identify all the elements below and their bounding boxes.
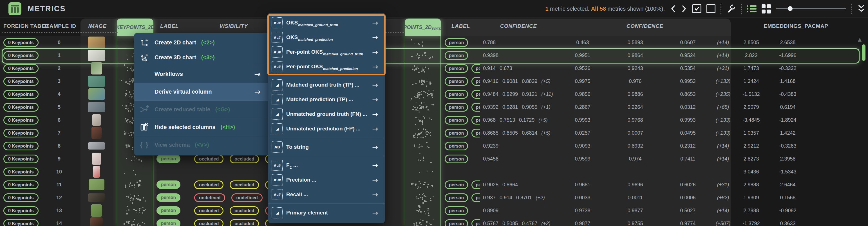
- prediction-label-cell[interactable]: personperson: [445, 116, 480, 124]
- label-cell[interactable]: person: [156, 219, 180, 226]
- prediction-label-cell[interactable]: personperson: [445, 90, 480, 99]
- submenu-item-primary-element[interactable]: ◢Primary element→: [268, 205, 385, 220]
- slider-handle[interactable]: [788, 6, 793, 11]
- keypoints-2d-prediction-cell[interactable]: [405, 140, 440, 152]
- example-id-cell[interactable]: 7: [42, 126, 76, 140]
- example-id-cell[interactable]: 0: [42, 36, 76, 49]
- image-cell[interactable]: [88, 152, 105, 165]
- embedding-y-cell[interactable]: -0.3263: [770, 140, 806, 152]
- label-cell[interactable]: person: [156, 155, 180, 163]
- confidence2-cell[interactable]: 0.90930.89320.2312(+14): [559, 140, 732, 152]
- example-id-cell[interactable]: 5: [42, 101, 76, 114]
- example-id-cell[interactable]: 11: [42, 178, 76, 191]
- menu-item-derive-virtual-column[interactable]: Derive virtual column→: [134, 83, 269, 100]
- embedding-y-cell[interactable]: 2.6538: [770, 36, 806, 49]
- example-id-cell[interactable]: 1: [42, 49, 76, 62]
- visibility-cell[interactable]: undefinedundefined: [194, 193, 268, 202]
- submenu-item-per-point-oks-matched-ground-truth[interactable]: #.#Per-point OKSmatched_ground_truth→: [268, 45, 385, 59]
- confidence2-cell[interactable]: 0.96810.96960.6026(+31): [559, 178, 732, 191]
- header-visibility[interactable]: VISIBILITY: [217, 17, 250, 35]
- keypoints-2d-prediction-cell[interactable]: [405, 101, 440, 114]
- embedding-y-cell[interactable]: 1.4168: [770, 75, 806, 88]
- confidence-cell[interactable]: 0.9398: [483, 49, 566, 62]
- image-cell[interactable]: [88, 36, 105, 49]
- confidence-cell[interactable]: 0.86850.85050.6814(+5): [483, 126, 566, 140]
- foreign-table-cell[interactable]: 0 Keypoints: [3, 167, 38, 176]
- confidence-cell[interactable]: 0.9140.673: [483, 62, 566, 75]
- image-cell[interactable]: [88, 49, 105, 62]
- embedding-x-cell[interactable]: 2.9079: [734, 101, 768, 114]
- foreign-table-cell[interactable]: 0 Keypoints: [3, 51, 38, 60]
- example-id-cell[interactable]: 4: [42, 88, 76, 101]
- visibility-cell[interactable]: occludedoccludedundefined: [194, 206, 268, 215]
- keypoints-2d-prediction-cell[interactable]: [405, 178, 440, 191]
- header-keypoints-2d-prediction[interactable]: KEYPOINTS_2DPREDICTION: [405, 18, 441, 36]
- scroll-up-arrow[interactable]: ▲: [858, 37, 862, 42]
- table-row[interactable]: 0 Keypoints1person0.93980.99510.98640.95…: [0, 49, 861, 62]
- visibility-cell[interactable]: occludedoccludedoccluded: [194, 181, 268, 189]
- image-cell[interactable]: [88, 114, 105, 126]
- example-id-cell[interactable]: 13: [42, 204, 76, 217]
- menu-item-workflows[interactable]: Workflows→: [134, 65, 269, 83]
- confidence-cell[interactable]: 0.9680.75130.1729(+5): [483, 114, 566, 126]
- prediction-label-cell[interactable]: person: [445, 206, 480, 215]
- confidence2-cell[interactable]: 0.95990.9740.7411(+14): [559, 152, 732, 165]
- submenu-item-per-point-oks-matched-prediction[interactable]: #.#Per-point OKSmatched_prediction→: [268, 59, 385, 74]
- keypoints-2d-cell[interactable]: [117, 191, 153, 204]
- keypoints-2d-cell[interactable]: [117, 165, 153, 178]
- keypoints-2d-prediction-cell[interactable]: [405, 114, 440, 126]
- embedding-y-cell[interactable]: -1.5343: [770, 165, 806, 178]
- embedding-x-cell[interactable]: 1.7473: [734, 62, 768, 75]
- prediction-label-cell[interactable]: person: [445, 155, 480, 163]
- keypoints-2d-prediction-cell[interactable]: [405, 165, 440, 178]
- foreign-table-cell[interactable]: 0 Keypoints: [3, 206, 38, 215]
- prediction-label-cell[interactable]: personperson: [445, 181, 480, 189]
- table-row[interactable]: 0 Keypoints9personoccludedoccludedocclud…: [0, 152, 861, 165]
- submenu-item-unmatched-prediction-fp[interactable]: ◢Unmatched prediction (FP) ...→: [268, 121, 385, 136]
- embedding-x-cell[interactable]: 2.9888: [734, 178, 768, 191]
- label-cell[interactable]: person: [156, 193, 180, 202]
- embedding-x-cell[interactable]: 3.0436: [734, 165, 768, 178]
- keypoints-2d-prediction-cell[interactable]: [405, 126, 440, 140]
- prediction-label-cell[interactable]: personperson: [445, 129, 480, 138]
- embedding-x-cell[interactable]: -3.4845: [734, 114, 768, 126]
- visibility-cell[interactable]: occludedoccludedoccluded: [194, 155, 268, 163]
- image-cell[interactable]: [88, 165, 105, 178]
- table-row[interactable]: 0 Keypoints7personperson0.86850.85050.68…: [0, 126, 861, 140]
- foreign-table-cell[interactable]: 0 Keypoints: [3, 142, 38, 150]
- embedding-x-cell[interactable]: 2.9212: [734, 140, 768, 152]
- submenu-item-matched-ground-truth-tp[interactable]: ◢Matched ground truth (TP) ...→: [268, 78, 385, 92]
- foreign-table-cell[interactable]: 0 Keypoints: [3, 155, 38, 163]
- prediction-label-cell[interactable]: personperson: [445, 64, 480, 73]
- confidence-cell[interactable]: 0.90250.8664: [483, 178, 566, 191]
- table-row[interactable]: 0 Keypoints6personperson0.9680.75130.172…: [0, 114, 861, 126]
- label-cell[interactable]: person: [156, 181, 180, 189]
- submenu-item-oks-matched-prediction[interactable]: #.#OKSmatched_prediction→: [268, 30, 385, 45]
- foreign-table-cell[interactable]: 0 Keypoints: [3, 38, 38, 47]
- prediction-label-cell[interactable]: person: [445, 142, 480, 150]
- table-row[interactable]: 0 Keypoints4personperson0.94840.92990.91…: [0, 88, 861, 101]
- keypoints-2d-cell[interactable]: [117, 217, 153, 226]
- submenu-item-recall[interactable]: #.#Recall ...→: [268, 187, 385, 202]
- keypoints-2d-prediction-cell[interactable]: [405, 62, 440, 75]
- embedding-y-cell[interactable]: 0.3633: [770, 217, 806, 226]
- confidence2-cell[interactable]: 0.99930.97680.9993(+133): [559, 114, 732, 126]
- embedding-x-cell[interactable]: 1.3424: [734, 75, 768, 88]
- image-cell[interactable]: [88, 191, 105, 204]
- confidence-cell[interactable]: 0.8909: [483, 204, 566, 217]
- prediction-label-cell[interactable]: personperson: [445, 103, 480, 112]
- submenu-item-oks-matched-ground-truth[interactable]: #.#OKSmatched_ground_truth→: [268, 15, 385, 30]
- submenu-item-to-string[interactable]: ABTo string→: [268, 140, 385, 154]
- settings-button[interactable]: [726, 3, 736, 15]
- prediction-label-cell[interactable]: person: [445, 51, 480, 60]
- embedding-x-cell[interactable]: 2.8273: [734, 152, 768, 165]
- submenu-item-unmatched-ground-truth-fn[interactable]: ◢Unmatched ground truth (FN) ...→: [268, 107, 385, 121]
- table-row[interactable]: 0 Keypoints8person0.92390.90930.89320.23…: [0, 140, 861, 152]
- example-id-cell[interactable]: 10: [42, 165, 76, 178]
- collapse-panel-button[interactable]: [857, 3, 865, 15]
- header-confidence-right[interactable]: CONFIDENCE: [628, 17, 662, 35]
- menu-item-create-3d-chart[interactable]: Create 3D chart(<3>): [134, 50, 269, 65]
- example-id-cell[interactable]: 12: [42, 191, 76, 204]
- keypoints-2d-prediction-cell[interactable]: [405, 49, 440, 62]
- embedding-x-cell[interactable]: 2.822: [734, 49, 768, 62]
